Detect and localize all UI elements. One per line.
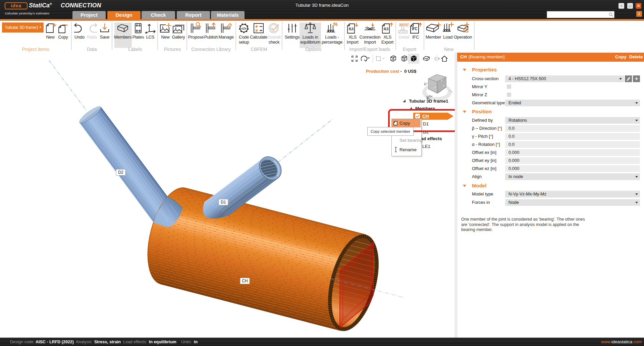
svg-text:IFC: IFC <box>412 27 417 31</box>
svg-text:%: % <box>333 21 337 27</box>
svg-text:Y: Y <box>434 86 436 89</box>
svg-text:XLS: XLS <box>383 27 388 31</box>
svg-text:D1: D1 <box>221 200 226 205</box>
svg-text:D2: D2 <box>118 170 123 175</box>
svg-text:x: x <box>443 84 444 87</box>
svg-text:XLS: XLS <box>348 27 354 31</box>
svg-text:CH: CH <box>242 279 248 283</box>
